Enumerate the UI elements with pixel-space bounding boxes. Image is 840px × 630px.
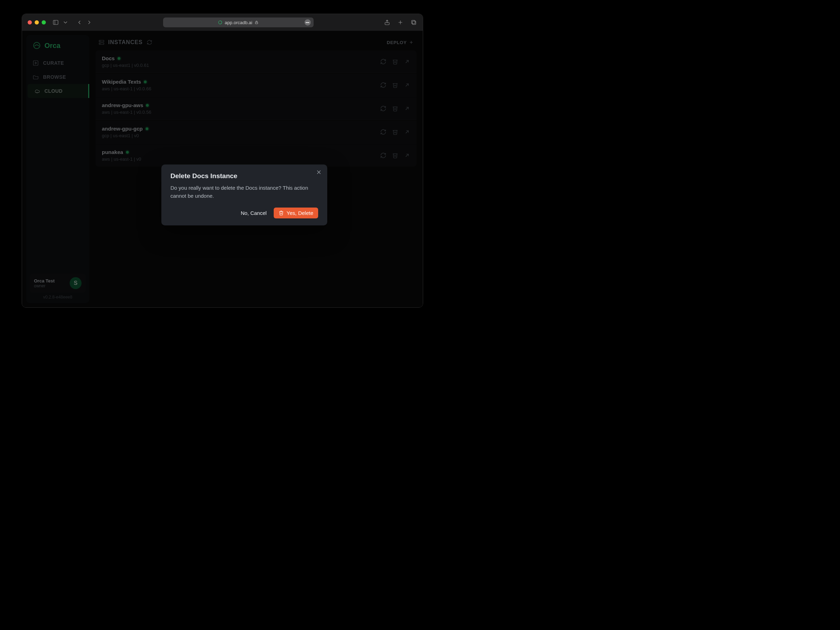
- trash-icon: [279, 210, 284, 216]
- svg-rect-8: [412, 20, 415, 24]
- window-zoom-button[interactable]: [42, 20, 46, 25]
- site-favicon-icon: [218, 20, 223, 25]
- tabs-overview-icon[interactable]: [410, 19, 417, 26]
- confirm-delete-button[interactable]: Yes, Delete: [274, 208, 318, 218]
- page-actions-icon[interactable]: •••: [305, 19, 311, 25]
- close-icon[interactable]: [315, 168, 323, 177]
- chevron-down-icon[interactable]: [62, 19, 69, 26]
- svg-rect-3: [255, 22, 257, 24]
- nav-forward-icon[interactable]: [86, 19, 93, 26]
- browser-titlebar: app.orcadb.ai •••: [22, 14, 423, 31]
- modal-body: Do you really want to delete the Docs in…: [171, 184, 318, 200]
- nav-back-icon[interactable]: [76, 19, 83, 26]
- lock-icon: [254, 20, 259, 25]
- window-controls: [28, 20, 46, 25]
- cancel-button[interactable]: No, Cancel: [239, 208, 268, 218]
- new-tab-icon[interactable]: [397, 19, 404, 26]
- svg-rect-7: [412, 21, 416, 25]
- address-bar[interactable]: app.orcadb.ai •••: [163, 17, 314, 27]
- modal-title: Delete Docs Instance: [171, 172, 318, 180]
- window-close-button[interactable]: [28, 20, 32, 25]
- address-text: app.orcadb.ai: [225, 20, 253, 25]
- app-root: Orca CURATE BROWSE CLOUD Orca Test owner: [22, 31, 423, 307]
- share-icon[interactable]: [384, 19, 391, 26]
- delete-modal: Delete Docs Instance Do you really want …: [161, 164, 327, 226]
- sidebar-toggle-icon[interactable]: [52, 19, 59, 26]
- svg-rect-0: [53, 20, 58, 25]
- safari-window: app.orcadb.ai ••• Orca: [22, 14, 423, 308]
- confirm-delete-label: Yes, Delete: [287, 210, 313, 216]
- window-minimize-button[interactable]: [35, 20, 39, 25]
